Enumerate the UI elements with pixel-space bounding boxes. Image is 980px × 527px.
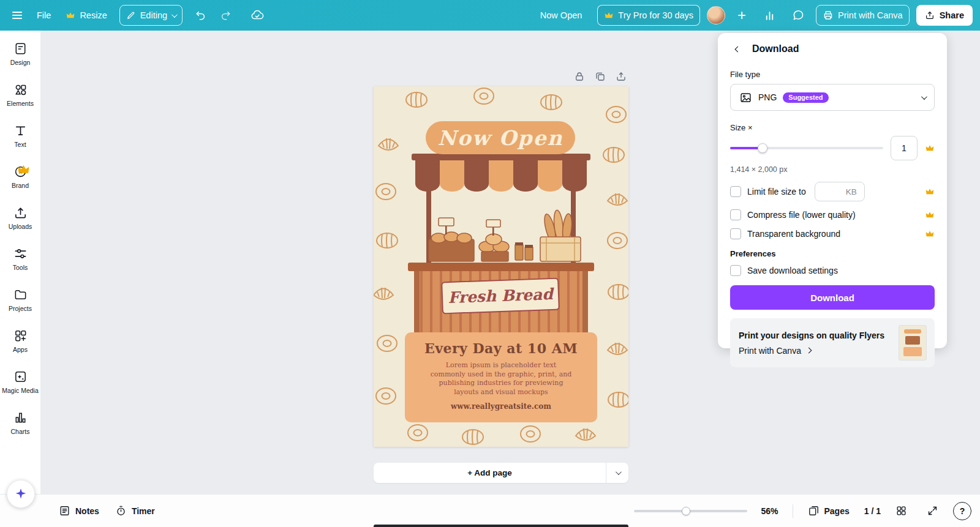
canva-assistant-button[interactable]	[7, 480, 35, 508]
flyer-sign-text[interactable]: Fresh Bread	[441, 278, 560, 315]
sidebar-item-label: Design	[10, 59, 31, 66]
size-slider[interactable]	[730, 147, 883, 149]
redo-button[interactable]	[214, 4, 236, 26]
file-menu-button[interactable]: File	[31, 5, 57, 26]
sidebar-item-elements[interactable]: Elements	[0, 74, 40, 115]
magic-media-icon	[13, 370, 28, 384]
export-icon	[616, 71, 627, 82]
sidebar-item-design[interactable]: Design	[0, 33, 40, 74]
transparent-checkbox[interactable]	[730, 228, 741, 239]
timer-button[interactable]: Timer	[110, 500, 160, 522]
save-settings-label: Save download settings	[747, 266, 838, 275]
sidebar-item-uploads[interactable]: Uploads	[0, 197, 40, 238]
print-promo-card[interactable]: Print your designs on quality Flyers Pri…	[730, 318, 935, 367]
sidebar-item-apps[interactable]: Apps	[0, 320, 40, 361]
sidebar-item-label: Magic Media	[2, 387, 39, 394]
preferences-label: Preferences	[730, 249, 935, 258]
try-pro-button[interactable]: Try Pro for 30 days	[597, 5, 700, 26]
limit-file-size-row: Limit file size to KB	[730, 182, 935, 201]
file-type-value: PNG	[758, 92, 777, 102]
size-slider-handle[interactable]	[758, 143, 767, 153]
export-page-button[interactable]	[612, 68, 630, 85]
duplicate-page-button[interactable]	[592, 68, 609, 85]
pages-button[interactable]: Pages	[803, 500, 854, 522]
output-dimensions: 1,414 × 2,000 px	[730, 165, 935, 174]
file-type-label: File type	[730, 70, 935, 79]
promo-link[interactable]: Print with Canva	[739, 346, 892, 356]
flyer-subheadline[interactable]: Every Day at 10 AM	[405, 340, 597, 356]
chevron-down-icon	[615, 469, 621, 475]
chevron-down-icon	[172, 12, 178, 18]
sidebar-item-label: Projects	[9, 305, 32, 312]
flyer-text-block[interactable]: Every Day at 10 AM Lorem ipsum is placeh…	[405, 332, 597, 422]
page-indicator: 1 / 1	[864, 506, 881, 516]
add-page-dropdown-button[interactable]	[606, 463, 628, 483]
download-button[interactable]: Download	[730, 285, 935, 310]
print-with-canva-button[interactable]: Print with Canva	[816, 5, 910, 26]
design-icon	[13, 42, 28, 56]
uploads-icon	[13, 206, 28, 220]
add-page-button[interactable]: + Add page	[374, 463, 606, 483]
pro-crown-icon	[66, 10, 75, 20]
promo-thumbnail	[899, 326, 926, 360]
transparent-label: Transparent background	[747, 229, 840, 239]
editing-mode-label: Editing	[140, 10, 167, 20]
question-mark-icon: ?	[960, 506, 965, 516]
back-button[interactable]	[730, 42, 745, 56]
save-settings-checkbox[interactable]	[730, 265, 741, 276]
sparkle-icon	[14, 487, 28, 501]
file-size-input[interactable]: KB	[815, 182, 865, 201]
lock-icon	[574, 71, 585, 82]
size-multiplier-input[interactable]: 1	[891, 136, 918, 160]
panel-title: Download	[752, 43, 799, 54]
grid-view-button[interactable]	[891, 500, 912, 522]
notes-icon	[59, 505, 70, 517]
sidebar-item-charts[interactable]: Charts	[0, 402, 40, 443]
design-page[interactable]: Now Open Fresh Bread Every Day at 10 AM …	[374, 86, 628, 447]
compress-row: Compress file (lower quality)	[730, 209, 935, 220]
limit-file-size-label: Limit file size to	[747, 187, 806, 196]
notes-button[interactable]: Notes	[54, 500, 104, 522]
timer-icon	[115, 505, 127, 517]
sidebar-item-brand[interactable]: Brand	[0, 156, 40, 197]
help-button[interactable]: ?	[953, 502, 971, 520]
pro-crown-icon	[925, 210, 935, 220]
resize-button[interactable]: Resize	[59, 5, 113, 26]
comments-button[interactable]	[787, 4, 809, 26]
top-bar: File Resize Editing Now Open Try Pro for…	[0, 0, 980, 31]
sidebar-item-projects[interactable]: Projects	[0, 279, 40, 320]
undo-button[interactable]	[190, 4, 212, 26]
plus-icon: +	[737, 7, 746, 24]
fullscreen-button[interactable]	[922, 500, 943, 522]
insights-button[interactable]	[758, 4, 780, 26]
sidebar-item-magic-media[interactable]: Magic Media	[0, 361, 40, 402]
zoom-slider-handle[interactable]	[682, 507, 690, 515]
file-menu-label: File	[37, 10, 51, 20]
pages-icon	[808, 505, 820, 517]
text-icon	[13, 124, 28, 138]
avatar[interactable]	[707, 6, 725, 24]
editing-mode-select[interactable]: Editing	[119, 5, 183, 26]
limit-file-size-checkbox[interactable]	[730, 186, 741, 197]
charts-icon	[13, 411, 28, 425]
save-status-button[interactable]	[246, 4, 268, 26]
sidebar-item-tools[interactable]: Tools	[0, 238, 40, 279]
file-type-select[interactable]: PNG Suggested	[730, 84, 935, 111]
share-button[interactable]: Share	[916, 5, 973, 26]
zoom-level[interactable]: 56%	[757, 506, 783, 516]
chevron-right-icon	[805, 348, 812, 354]
sidebar-item-text[interactable]: Text	[0, 115, 40, 156]
compress-checkbox[interactable]	[730, 209, 741, 220]
flyer-headline[interactable]: Now Open	[426, 121, 575, 154]
promo-title: Print your designs on quality Flyers	[739, 331, 892, 340]
flyer-website[interactable]: www.reallygreatsite.com	[405, 402, 597, 411]
flyer-body-text[interactable]: Lorem ipsum is placeholder text commonly…	[430, 361, 572, 397]
lock-page-button[interactable]	[571, 68, 588, 85]
elements-icon	[13, 83, 28, 97]
add-member-button[interactable]: +	[732, 6, 752, 25]
design-title[interactable]: Now Open	[540, 10, 582, 20]
zoom-slider[interactable]	[634, 510, 747, 512]
share-label: Share	[940, 10, 964, 20]
sidebar-item-label: Elements	[7, 100, 34, 107]
main-menu-button[interactable]	[6, 4, 28, 26]
